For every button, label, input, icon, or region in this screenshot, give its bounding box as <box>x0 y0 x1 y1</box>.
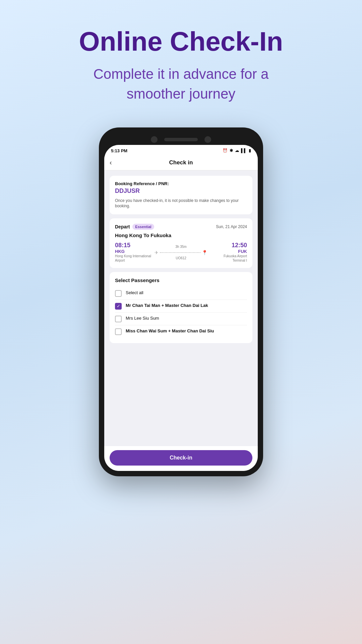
select-all-label: Select all <box>126 290 143 296</box>
booking-pnr: DDJUSR <box>115 187 247 195</box>
alarm-icon: ⏰ <box>223 148 228 153</box>
depart-time: 08:15 <box>115 242 152 249</box>
flight-date: Sun, 21 Apr 2024 <box>216 224 247 229</box>
select-all-checkbox[interactable] <box>115 290 122 297</box>
passenger-checkbox-3[interactable] <box>115 328 122 335</box>
status-time: 5:13 PM <box>111 148 127 153</box>
back-button[interactable]: ‹ <box>110 159 112 166</box>
flight-number: UO612 <box>176 256 186 260</box>
passenger-name-2: Mrs Lee Siu Sum <box>126 315 159 321</box>
passenger-row-1[interactable]: ✓ Mr Chan Tai Man + Master Chan Dai Lak <box>115 300 247 313</box>
essential-badge: Essential <box>132 224 154 230</box>
passenger-checkbox-1[interactable]: ✓ <box>115 303 122 310</box>
passenger-name-3: Miss Chan Wai Sum + Master Chan Dai Siu <box>126 328 214 334</box>
phone-notch <box>104 133 258 145</box>
select-all-row[interactable]: Select all <box>115 287 247 300</box>
status-bar: 5:13 PM ⏰ ✱ ☁ ▌▌ ▮ <box>104 145 258 155</box>
phone-mockup: 5:13 PM ⏰ ✱ ☁ ▌▌ ▮ ‹ Check in Booking Re… <box>99 127 263 476</box>
checkin-button[interactable]: Check-in <box>110 450 252 466</box>
flight-times: 08:15 HKG Hong Kong International Airpor… <box>115 242 247 263</box>
depart-airport: Hong Kong International Airport <box>115 254 152 263</box>
bluetooth-icon: ✱ <box>230 148 233 153</box>
passenger-row-2[interactable]: Mrs Lee Siu Sum <box>115 313 247 325</box>
flight-card: Depart Essential Sun, 21 Apr 2024 Hong K… <box>110 218 252 268</box>
passengers-card: Select Passengers Select all ✓ Mr Chan T… <box>110 272 252 343</box>
depart-label: Depart <box>115 224 130 229</box>
flight-header: Depart Essential Sun, 21 Apr 2024 <box>115 224 247 230</box>
dotted-line <box>160 252 200 253</box>
nav-bar: ‹ Check in <box>104 155 258 170</box>
phone-camera-right <box>204 136 211 143</box>
booking-card: Booking Reference / PNR: DDJUSR Once you… <box>110 176 252 215</box>
arrive-code: FUK <box>210 249 247 254</box>
nav-title: Check in <box>169 159 193 166</box>
arrive-time: 12:50 <box>210 242 247 249</box>
signal-icon: ▌▌ <box>241 148 247 153</box>
phone-camera-left <box>151 136 158 143</box>
checkin-button-bar: Check-in <box>104 446 258 471</box>
flight-route: Hong Kong To Fukuoka <box>115 232 247 238</box>
booking-label: Booking Reference / PNR: <box>115 181 247 186</box>
depart-code: HKG <box>115 249 152 254</box>
arrive-time-section: 12:50 FUK Fukuoka Airport Terminal I <box>210 242 247 263</box>
passengers-title: Select Passengers <box>115 277 247 283</box>
plane-icon: ✈ <box>155 250 159 255</box>
phone-screen: 5:13 PM ⏰ ✱ ☁ ▌▌ ▮ ‹ Check in Booking Re… <box>104 145 258 471</box>
wifi-icon: ☁ <box>235 148 239 153</box>
flight-header-left: Depart Essential <box>115 224 154 230</box>
dest-icon: 📍 <box>202 250 207 255</box>
status-icons: ⏰ ✱ ☁ ▌▌ ▮ <box>223 148 251 153</box>
flight-middle: 3h 35m ✈ 📍 UO612 <box>152 245 210 260</box>
phone-speaker <box>164 138 198 141</box>
flight-line: ✈ 📍 <box>155 250 207 255</box>
passenger-checkbox-2[interactable] <box>115 316 122 322</box>
page-subtitle: Complete it in advance for a smoother jo… <box>64 64 298 104</box>
checkmark-1: ✓ <box>117 304 120 308</box>
screen-content: Booking Reference / PNR: DDJUSR Once you… <box>104 170 258 446</box>
passenger-name-1: Mr Chan Tai Man + Master Chan Dai Lak <box>126 303 208 309</box>
passenger-row-3[interactable]: Miss Chan Wai Sum + Master Chan Dai Siu <box>115 325 247 338</box>
page-title: Online Check-In <box>79 27 283 56</box>
depart-time-section: 08:15 HKG Hong Kong International Airpor… <box>115 242 152 263</box>
booking-notice: Once you have checked-in, it is not poss… <box>115 198 247 209</box>
arrive-airport: Fukuoka Airport Terminal I <box>210 254 247 263</box>
battery-icon: ▮ <box>249 148 251 153</box>
duration: 3h 35m <box>175 245 186 249</box>
